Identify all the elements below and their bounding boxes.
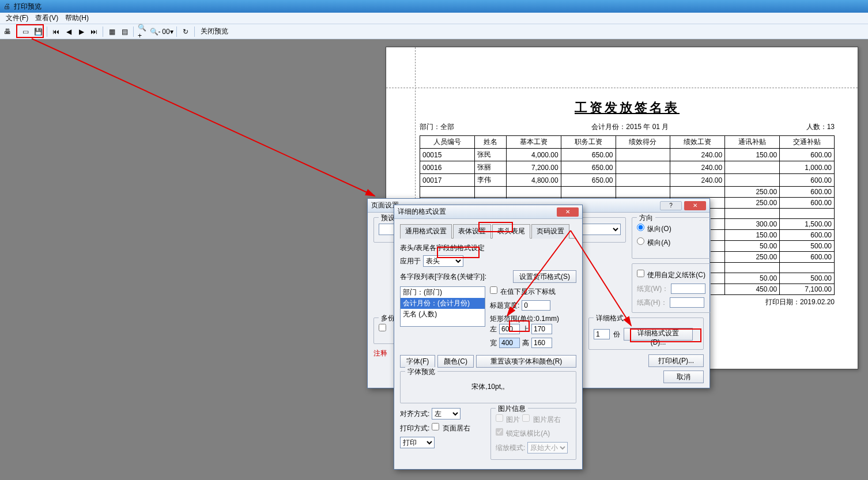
table-cell: 300.00 [725, 219, 780, 230]
lock-ratio-checkbox: 锁定纵横比(A) [496, 428, 550, 439]
print-select[interactable]: 打印 [400, 437, 435, 448]
tab-body[interactable]: 表体设置 [453, 224, 491, 239]
table-cell [780, 263, 835, 273]
count-value: 13 [827, 123, 835, 131]
tab-page-no[interactable]: 页码设置 [531, 224, 569, 239]
height-label: 高 [522, 338, 529, 348]
zoom-out-icon[interactable]: 🔍- [150, 27, 160, 37]
table-cell: 250.00 [725, 198, 780, 209]
next-page-icon[interactable]: ▶ [76, 27, 86, 37]
save-icon[interactable]: 💾 [33, 27, 43, 37]
color-button[interactable]: 颜色(C) [437, 355, 474, 368]
font-preview-value: 宋体,10pt,, [405, 377, 571, 392]
page-setup-icon[interactable]: ▭ [20, 27, 31, 37]
image-checkbox[interactable]: 图片 [496, 414, 520, 425]
first-page-icon[interactable]: ⏮ [51, 27, 61, 37]
copies-input[interactable] [594, 329, 610, 339]
refresh-icon[interactable]: ↻ [180, 27, 191, 37]
table-cell [725, 263, 780, 273]
multi-checkbox[interactable] [379, 324, 386, 331]
table-header-cell: 绩效得分 [616, 136, 670, 149]
detail-format-group-label: 详细格式 [594, 313, 626, 323]
dept-label: 部门： [420, 123, 440, 131]
close-icon[interactable]: ✕ [684, 201, 706, 210]
height-input[interactable] [531, 338, 552, 348]
table-header-cell: 姓名 [474, 136, 506, 149]
table-cell: 1,500.00 [780, 219, 835, 230]
table-cell: 7,100.00 [780, 284, 835, 295]
font-button[interactable]: 字体(F) [400, 355, 435, 368]
zoom-mode-select: 原始大小 [527, 442, 568, 453]
title-width-input[interactable] [522, 300, 550, 311]
align-select[interactable]: 左 [432, 408, 461, 419]
direction-group-label: 方向 [637, 213, 655, 223]
image-right-checkbox: 图片居右 [522, 414, 560, 425]
detail-format-dialog[interactable]: 详细的格式设置 ✕ 通用格式设置 表体设置 表头表尾 页码设置 表头/表尾各字段… [394, 205, 583, 470]
underline-checkbox[interactable]: 在值下显示下标线 [490, 286, 556, 297]
table-cell: 张丽 [474, 161, 506, 174]
list-item[interactable]: 会计月份：(会计月份) [401, 298, 485, 309]
printer-button[interactable]: 打印机(P)... [648, 354, 704, 367]
detail-format-button[interactable]: 详细格式设置(D)... [624, 328, 693, 341]
landscape-radio[interactable]: 横向(A) [637, 237, 670, 248]
detail-dialog-title: 详细的格式设置 [398, 207, 446, 217]
menu-file[interactable]: 文件(F) [2, 13, 32, 23]
menu-view[interactable]: 查看(V) [32, 13, 62, 23]
detail-dialog-titlebar[interactable]: 详细的格式设置 ✕ [394, 205, 582, 219]
table-cell: 1,000.00 [780, 161, 835, 174]
table-cell: 张民 [474, 149, 506, 161]
table-cell [616, 149, 670, 161]
table-cell [725, 161, 780, 174]
table-cell: 650.00 [561, 149, 616, 161]
table-cell: 李伟 [474, 174, 506, 187]
layout-icon[interactable]: ▤ [119, 27, 130, 37]
zoom-in-icon[interactable]: 🔍+ [137, 27, 148, 37]
rect-range-label: 矩形范围(单位:0.1mm) [490, 314, 576, 324]
table-header-cell: 职务工资 [561, 136, 616, 149]
menu-help[interactable]: 帮助(H) [62, 13, 92, 23]
paper-height-label: 纸高(H)： [637, 298, 667, 308]
currency-format-button[interactable]: 设置货币格式(S) [513, 270, 576, 283]
left-label: 左 [490, 324, 497, 334]
table-cell [780, 209, 835, 219]
app-icon: 🖨 [3, 2, 12, 10]
prev-page-icon[interactable]: ◀ [63, 27, 74, 37]
table-cell: 00015 [420, 149, 475, 161]
table-cell [474, 187, 506, 198]
close-icon[interactable]: ✕ [557, 207, 579, 217]
top-input[interactable] [531, 324, 552, 334]
close-preview-button[interactable]: 关闭预览 [198, 27, 231, 36]
toolbar: 🖶 ▭ 💾 ⏮ ◀ ▶ ⏭ ▦ ▤ 🔍+ 🔍- 00▾ ↻ 关闭预览 [0, 24, 868, 39]
menubar: 文件(F) 查看(V) 帮助(H) [0, 13, 868, 24]
print-icon[interactable]: 🖶 [2, 27, 13, 37]
table-cell: 00016 [420, 161, 475, 174]
table-cell: 150.00 [725, 230, 780, 241]
list-item[interactable]: 部门：(部门) [401, 287, 485, 298]
table-cell [670, 187, 725, 198]
table-cell [561, 187, 616, 198]
tab-general[interactable]: 通用格式设置 [400, 224, 452, 239]
tab-header-footer[interactable]: 表头表尾 [492, 224, 530, 239]
zoom-combo[interactable]: 00▾ [163, 27, 173, 37]
width-input[interactable] [499, 338, 520, 348]
table-cell: 600.00 [780, 187, 835, 198]
print-mode-label: 打印方式: [400, 424, 429, 433]
reset-font-color-button[interactable]: 重置该项字体和颜色(R) [476, 355, 576, 368]
cancel-button[interactable]: 取消 [663, 371, 704, 383]
dept-value: 全部 [440, 123, 454, 131]
custom-paper-checkbox[interactable]: 使用自定义纸张(C) [637, 270, 705, 280]
image-info-label: 图片信息 [496, 404, 528, 414]
list-item[interactable]: 无名 (人数) [401, 309, 485, 320]
last-page-icon[interactable]: ⏭ [89, 27, 99, 37]
print-date-label: 打印日期： [765, 298, 800, 306]
count-label: 人数： [806, 123, 827, 131]
apply-to-select[interactable]: 表头 [423, 255, 463, 267]
multi-page-icon[interactable]: ▦ [107, 27, 117, 37]
page-center-checkbox[interactable]: 页面居右 [432, 423, 470, 433]
table-header-cell: 绩效工资 [670, 136, 725, 149]
help-button[interactable]: ? [660, 201, 682, 210]
field-listbox[interactable]: 部门：(部门)会计月份：(会计月份)无名 (人数) [400, 286, 485, 327]
portrait-radio[interactable]: 纵向(O) [637, 224, 671, 234]
table-header-cell: 基本工资 [506, 136, 561, 149]
left-input[interactable] [499, 324, 520, 334]
